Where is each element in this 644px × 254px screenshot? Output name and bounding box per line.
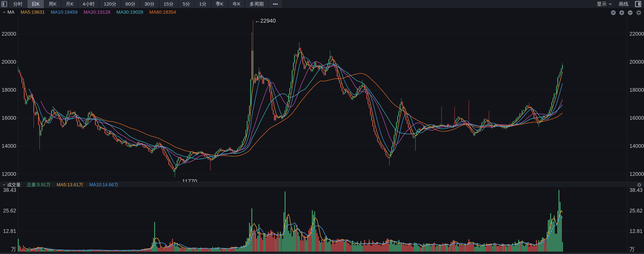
ma-indicator-header: MA MA5:19631 MA10:19459 MA20:19128 MA30:… — [2, 10, 176, 15]
reset-zoom-button[interactable] — [610, 10, 616, 15]
chevron-down-icon — [608, 2, 612, 6]
kline-trading-app: 分时 日K 周K 月K 4小时 120分 60分 30分 15分 5分 1分 季… — [0, 0, 644, 254]
chart-zoom-controls — [610, 10, 642, 16]
tab-monthly-k[interactable]: 月K — [61, 0, 78, 8]
tab-4hour[interactable]: 4小时 — [78, 0, 100, 8]
gear-icon — [637, 183, 642, 187]
ma-indicator-label: MA — [8, 10, 14, 15]
volume-pane-settings-button[interactable] — [637, 183, 642, 187]
circle-plus-icon — [619, 10, 624, 15]
toolbar-spacer — [282, 0, 597, 8]
collapse-chevron-icon[interactable] — [2, 183, 6, 186]
gear-icon — [636, 10, 642, 16]
ma60-value: MA60:18354 — [149, 10, 176, 15]
zoom-in-button[interactable] — [619, 10, 624, 15]
toolbar-right: 显示 画线 — [597, 0, 644, 8]
ma5-value: MA5:19631 — [20, 10, 45, 15]
left-panel-icon — [1, 1, 7, 7]
right-panel-toggle-icon[interactable] — [635, 1, 641, 7]
circle-minus-icon — [628, 10, 633, 15]
period-tabs: 分时 日K 周K 月K 4小时 120分 60分 30分 15分 5分 1分 季… — [9, 0, 282, 8]
left-panel-toggle-icon[interactable] — [0, 0, 9, 8]
tab-daily-k[interactable]: 日K — [27, 0, 44, 8]
tab-minute-line[interactable]: 分时 — [9, 0, 27, 8]
tab-60min[interactable]: 60分 — [121, 0, 140, 8]
volume-total-value: 总量:5.91万 — [27, 182, 50, 188]
tab-yearly-k[interactable]: 年K — [228, 0, 245, 8]
period-toolbar: 分时 日K 周K 月K 4小时 120分 60分 30分 15分 5分 1分 季… — [0, 0, 644, 9]
zoom-out-button[interactable] — [628, 10, 633, 15]
circle-equal-icon — [610, 10, 616, 15]
ma20-value: MA20:19128 — [84, 10, 110, 15]
ma10-value: MA10:19459 — [51, 10, 78, 15]
tab-120min[interactable]: 120分 — [100, 0, 121, 8]
tab-multi-period[interactable]: 多周期 — [245, 0, 268, 8]
tab-1min[interactable]: 1分 — [195, 0, 211, 8]
volume-indicator-label: 成交量 — [7, 182, 21, 188]
draw-line-button[interactable]: 画线 — [619, 1, 628, 8]
tab-30min[interactable]: 30分 — [140, 0, 159, 8]
display-menu-button[interactable]: 显示 — [597, 1, 612, 8]
price-pane-settings-button[interactable] — [636, 10, 642, 16]
tab-more-periods[interactable]: ••• — [268, 0, 282, 8]
right-panel-icon — [635, 1, 641, 7]
tab-5min[interactable]: 5分 — [178, 0, 195, 8]
display-menu-label: 显示 — [597, 1, 606, 8]
tab-15min[interactable]: 15分 — [159, 0, 178, 8]
tab-weekly-k[interactable]: 周K — [44, 0, 61, 8]
volume-ma10-value: MA10:14.66万 — [89, 182, 118, 188]
bottom-edge — [0, 253, 644, 254]
volume-indicator-header: 成交量 总量:5.91万 MA5:13.61万 MA10:14.66万 — [0, 182, 644, 187]
kline-chart-canvas[interactable] — [0, 0, 644, 254]
ma30-value: MA30:19028 — [116, 10, 143, 15]
collapse-chevron-icon[interactable] — [2, 10, 6, 14]
volume-ma5-value: MA5:13.61万 — [57, 182, 83, 188]
tab-quarterly-k[interactable]: 季K — [211, 0, 228, 8]
